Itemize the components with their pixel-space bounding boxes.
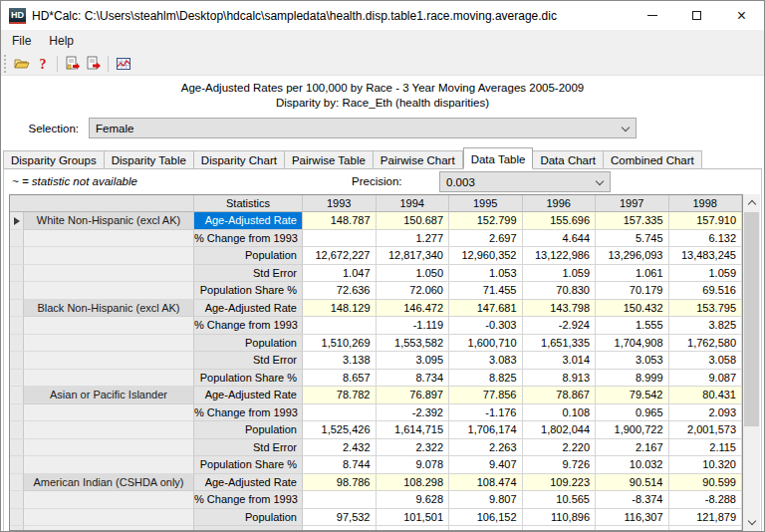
grid-header-1995[interactable]: 1995	[449, 195, 523, 212]
value-cell[interactable]: 72.636	[303, 282, 377, 300]
value-cell[interactable]: 1,802,044	[523, 421, 597, 439]
tab-data-chart[interactable]: Data Chart	[533, 150, 604, 169]
value-cell[interactable]: 72.060	[377, 282, 450, 300]
value-cell[interactable]: 78.867	[523, 387, 597, 404]
value-cell[interactable]: 157.335	[596, 212, 669, 230]
value-cell[interactable]: 1.555	[596, 317, 669, 335]
row-indicator[interactable]	[10, 317, 24, 335]
minimize-button[interactable]	[630, 1, 674, 30]
row-indicator[interactable]	[10, 509, 24, 527]
value-cell[interactable]: 9.726	[523, 456, 597, 474]
value-cell[interactable]: -2.392	[377, 404, 450, 422]
stat-cell[interactable]: Std Error	[194, 352, 303, 370]
row-indicator[interactable]	[10, 387, 24, 404]
grid-header-corner[interactable]	[10, 195, 194, 212]
value-cell[interactable]: 2.322	[377, 439, 450, 457]
grid-header-1996[interactable]: 1996	[523, 195, 597, 212]
value-cell[interactable]: -8.374	[596, 491, 669, 509]
value-cell[interactable]: 1,525,426	[303, 421, 377, 439]
row-indicator[interactable]	[10, 230, 24, 248]
precision-dropdown[interactable]: 0.003	[439, 171, 611, 192]
value-cell[interactable]: 1,553,582	[377, 335, 450, 353]
value-cell[interactable]: 106,152	[449, 509, 523, 527]
group-cell[interactable]	[24, 352, 194, 370]
value-cell[interactable]: 1,651,335	[523, 335, 597, 353]
grid-header-1998[interactable]: 1998	[669, 195, 743, 212]
value-cell[interactable]: -8.288	[669, 491, 743, 509]
value-cell[interactable]: 2.115	[669, 439, 743, 457]
selection-dropdown[interactable]: Female	[89, 118, 637, 138]
maximize-button[interactable]	[674, 1, 719, 30]
value-cell[interactable]: 69.516	[669, 282, 743, 300]
value-cell[interactable]: 12,672,227	[303, 247, 377, 265]
value-cell[interactable]: 8.744	[303, 456, 377, 474]
value-cell[interactable]: 1,706,174	[449, 421, 523, 439]
value-cell[interactable]: 80.431	[669, 387, 743, 404]
stat-cell[interactable]: Population	[194, 509, 303, 527]
stat-cell[interactable]: Age-Adjusted Rate	[194, 300, 303, 318]
value-cell[interactable]: 147.681	[449, 300, 523, 318]
grid-header-1994[interactable]: 1994	[377, 195, 450, 212]
value-cell[interactable]: -1.176	[449, 404, 523, 422]
row-indicator[interactable]	[10, 404, 24, 422]
value-cell[interactable]: -2.924	[523, 317, 597, 335]
group-cell[interactable]	[24, 404, 194, 422]
value-cell[interactable]: 2.093	[669, 404, 743, 422]
row-indicator[interactable]	[10, 474, 24, 492]
group-cell[interactable]	[24, 282, 194, 300]
group-cell[interactable]	[24, 335, 194, 353]
value-cell[interactable]: 0.108	[523, 404, 597, 422]
value-cell[interactable]: 0.965	[596, 404, 669, 422]
tab-disparity-groups[interactable]: Disparity Groups	[3, 150, 105, 169]
export-table-button[interactable]	[62, 53, 83, 74]
row-indicator[interactable]	[10, 282, 24, 300]
value-cell[interactable]: 1.059	[523, 265, 597, 283]
value-cell[interactable]: 110,896	[523, 509, 597, 527]
stat-cell[interactable]: Age-Adjusted Rate	[194, 474, 303, 492]
menu-help[interactable]: Help	[40, 31, 83, 51]
value-cell[interactable]: 70.179	[596, 282, 669, 300]
value-cell[interactable]	[303, 491, 377, 509]
value-cell[interactable]: 71.455	[449, 282, 523, 300]
group-cell[interactable]	[24, 421, 194, 439]
value-cell[interactable]	[303, 317, 377, 335]
vertical-scroll-thumb[interactable]	[744, 212, 759, 426]
grid-header-1993[interactable]: 1993	[303, 195, 377, 212]
value-cell[interactable]: -1.119	[377, 317, 450, 335]
value-cell[interactable]: 148.787	[303, 212, 377, 230]
menu-file[interactable]: File	[3, 31, 40, 51]
value-cell[interactable]: 146.472	[377, 300, 450, 318]
value-cell[interactable]: 3.058	[669, 352, 743, 370]
stat-cell[interactable]: Population Share %	[194, 282, 303, 300]
value-cell[interactable]: 97,532	[303, 509, 377, 527]
value-cell[interactable]: 10.565	[523, 491, 597, 509]
value-cell[interactable]: 10.320	[669, 456, 743, 474]
value-cell[interactable]: 3.083	[449, 352, 523, 370]
value-cell[interactable]: 90.514	[596, 474, 669, 492]
stat-cell[interactable]: Population	[194, 421, 303, 439]
value-cell[interactable]: 121,879	[669, 509, 743, 527]
tab-combined-chart[interactable]: Combined Chart	[604, 150, 702, 169]
value-cell[interactable]: 1,762,580	[669, 335, 743, 353]
value-cell[interactable]: 150.687	[377, 212, 450, 230]
tab-data-table[interactable]: Data Table	[463, 147, 534, 169]
row-indicator[interactable]	[10, 265, 24, 283]
value-cell[interactable]: 3.014	[523, 352, 597, 370]
value-cell[interactable]: 5.745	[596, 230, 669, 248]
group-cell[interactable]	[24, 509, 194, 527]
value-cell[interactable]: 1,614,715	[377, 421, 450, 439]
group-cell[interactable]	[24, 265, 194, 283]
vertical-scrollbar[interactable]	[743, 194, 760, 531]
group-cell[interactable]	[24, 247, 194, 265]
open-file-button[interactable]	[11, 53, 32, 74]
value-cell[interactable]: 13,483,245	[669, 247, 743, 265]
row-indicator[interactable]	[10, 456, 24, 474]
scroll-up-button[interactable]	[743, 194, 760, 211]
value-cell[interactable]: 9.807	[449, 491, 523, 509]
value-cell[interactable]: 9.407	[449, 456, 523, 474]
value-cell[interactable]: 2.432	[303, 439, 377, 457]
value-cell[interactable]: 12,817,340	[377, 247, 450, 265]
value-cell[interactable]: 76.897	[377, 387, 450, 404]
stat-cell[interactable]: Age-Adjusted Rate	[194, 212, 303, 230]
value-cell[interactable]: 8.734	[377, 370, 450, 388]
